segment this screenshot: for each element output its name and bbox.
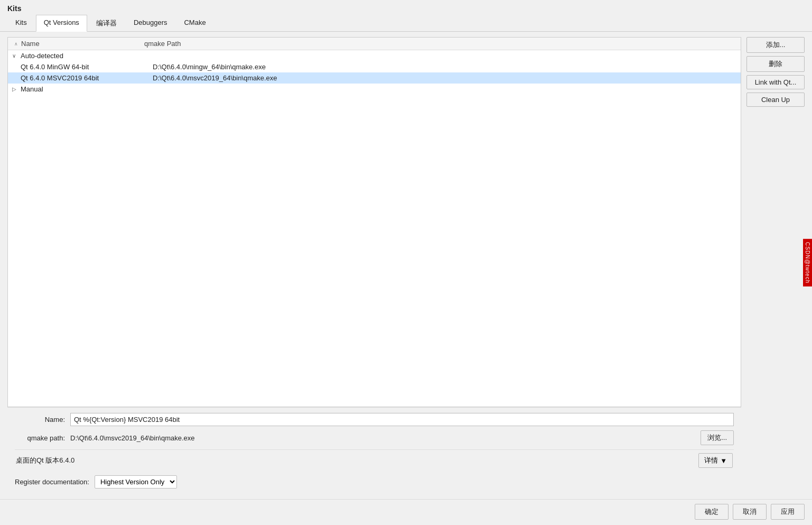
group-label-auto-detected: Auto-detected — [21, 52, 63, 60]
tab-compilers[interactable]: 编译器 — [88, 15, 125, 31]
apply-button[interactable]: 应用 — [771, 504, 805, 520]
qmake-path-value: D:\Qt\6.4.0\msvc2019_64\bin\qmake.exe — [70, 433, 695, 443]
details-arrow-icon: ▼ — [720, 457, 727, 465]
register-documentation-row: Register documentation: Highest Version … — [15, 475, 734, 489]
confirm-button[interactable]: 确定 — [695, 504, 729, 520]
clean-up-button[interactable]: Clean Up — [746, 93, 805, 107]
tab-debuggers[interactable]: Debuggers — [126, 15, 175, 31]
expand-icon-manual: ▷ — [12, 86, 18, 92]
tree-row-qt-mingw[interactable]: Qt 6.4.0 MinGW 64-bit D:\Qt\6.4.0\mingw_… — [8, 61, 741, 72]
register-label: Register documentation: — [15, 478, 89, 486]
details-label: 详情 — [704, 456, 718, 465]
expand-icon-auto-detected: ∨ — [12, 53, 18, 59]
cancel-button[interactable]: 取消 — [733, 504, 767, 520]
tree-group-manual[interactable]: ▷ Manual — [8, 84, 741, 95]
sort-arrow-icon: ∧ — [14, 41, 18, 47]
tree-group-auto-detected[interactable]: ∨ Auto-detected — [8, 50, 741, 61]
main-panel: ∧ Name qmake Path ∨ Auto-detected Qt 6.4… — [7, 37, 741, 494]
name-input[interactable] — [70, 413, 734, 426]
detail-panel: Name: qmake path: D:\Qt\6.4.0\msvc2019_6… — [7, 407, 741, 494]
tree-container[interactable]: ∧ Name qmake Path ∨ Auto-detected Qt 6.4… — [7, 37, 741, 407]
group-label-manual: Manual — [21, 85, 43, 93]
detail-qmake-row: qmake path: D:\Qt\6.4.0\msvc2019_64\bin\… — [15, 430, 734, 445]
tree-header: ∧ Name qmake Path — [8, 38, 741, 50]
delete-button[interactable]: 删除 — [746, 56, 805, 72]
qt-version-row: 桌面的Qt 版本6.4.0 详情 ▼ — [15, 449, 734, 471]
qmake-path-label: qmake path: — [15, 434, 65, 442]
add-button[interactable]: 添加... — [746, 37, 805, 53]
details-button[interactable]: 详情 ▼ — [698, 453, 733, 468]
col-name-label: Name — [21, 40, 40, 48]
qt-msvc2019-path: D:\Qt\6.4.0\msvc2019_64\bin\qmake.exe — [153, 74, 736, 82]
browse-button[interactable]: 浏览... — [701, 430, 734, 445]
qt-msvc2019-name: Qt 6.4.0 MSVC2019 64bit — [21, 74, 153, 82]
tabs-bar: Kits Qt Versions 编译器 Debuggers CMake — [0, 15, 812, 32]
tab-kits[interactable]: Kits — [7, 15, 35, 31]
qt-version-label: 桌面的Qt 版本6.4.0 — [16, 456, 74, 465]
tab-qt-versions[interactable]: Qt Versions — [36, 15, 87, 32]
dialog-title: Kits — [0, 0, 812, 15]
kits-dialog: Kits Kits Qt Versions 编译器 Debuggers CMak… — [0, 0, 812, 525]
qt-mingw-path: D:\Qt\6.4.0\mingw_64\bin\qmake.exe — [153, 63, 736, 71]
name-label: Name: — [15, 416, 65, 423]
dialog-footer: 确定 取消 应用 — [0, 499, 812, 525]
link-with-qt-button[interactable]: Link with Qt... — [746, 75, 805, 89]
register-select[interactable]: Highest Version Only All None — [95, 475, 177, 489]
tree-header-name: ∧ Name — [12, 40, 144, 48]
detail-name-row: Name: — [15, 413, 734, 426]
tab-cmake[interactable]: CMake — [176, 15, 213, 31]
csdn-badge: CSDN@twtech — [803, 238, 812, 286]
qt-mingw-name: Qt 6.4.0 MinGW 64-bit — [21, 63, 153, 71]
side-buttons: 添加... 删除 Link with Qt... Clean Up — [746, 37, 805, 494]
tree-row-qt-msvc2019[interactable]: Qt 6.4.0 MSVC2019 64bit D:\Qt\6.4.0\msvc… — [8, 72, 741, 84]
dialog-body: ∧ Name qmake Path ∨ Auto-detected Qt 6.4… — [0, 32, 812, 499]
col-qmake-path-label: qmake Path — [144, 40, 736, 48]
